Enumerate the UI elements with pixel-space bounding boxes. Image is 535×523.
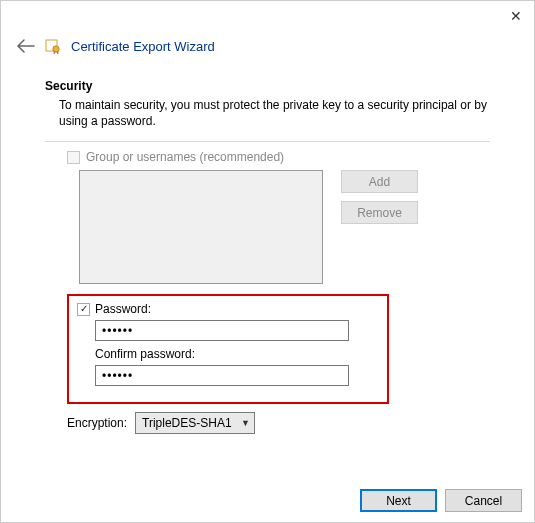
footer-buttons: Next Cancel xyxy=(360,489,522,512)
chevron-down-icon: ▼ xyxy=(241,418,250,428)
certificate-icon xyxy=(45,38,61,54)
principals-listbox[interactable] xyxy=(79,170,323,284)
group-checkbox[interactable] xyxy=(67,151,80,164)
encryption-value: TripleDES-SHA1 xyxy=(142,416,232,430)
wizard-header: Certificate Export Wizard xyxy=(1,31,534,65)
titlebar: ✕ xyxy=(1,1,534,31)
group-usernames-option: Group or usernames (recommended) xyxy=(45,150,490,164)
remove-button[interactable]: Remove xyxy=(341,201,418,224)
group-checkbox-label: Group or usernames (recommended) xyxy=(86,150,284,164)
add-button[interactable]: Add xyxy=(341,170,418,193)
back-arrow-icon[interactable] xyxy=(17,37,35,55)
section-description: To maintain security, you must protect t… xyxy=(45,97,490,129)
password-input[interactable] xyxy=(95,320,349,341)
svg-point-1 xyxy=(53,46,59,52)
next-button[interactable]: Next xyxy=(360,489,437,512)
confirm-password-input[interactable] xyxy=(95,365,349,386)
password-checkbox-label: Password: xyxy=(95,302,151,316)
password-highlight: ✓ Password: Confirm password: xyxy=(67,294,389,404)
encryption-select[interactable]: TripleDES-SHA1 ▼ xyxy=(135,412,255,434)
section-heading: Security xyxy=(45,79,490,93)
encryption-label: Encryption: xyxy=(67,416,127,430)
password-checkbox[interactable]: ✓ xyxy=(77,303,90,316)
confirm-password-label: Confirm password: xyxy=(95,347,195,361)
wizard-title: Certificate Export Wizard xyxy=(71,39,215,54)
divider xyxy=(45,141,490,142)
close-icon[interactable]: ✕ xyxy=(510,8,522,24)
cancel-button[interactable]: Cancel xyxy=(445,489,522,512)
content-area: Security To maintain security, you must … xyxy=(1,65,534,434)
